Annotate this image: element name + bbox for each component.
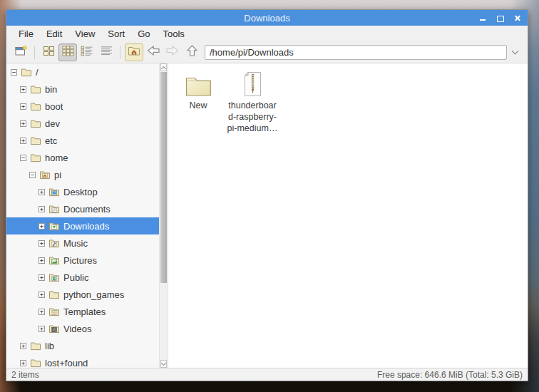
- expand-icon[interactable]: +: [38, 257, 45, 264]
- expand-icon[interactable]: +: [38, 189, 45, 195]
- sidebar-item-label: Documents: [63, 204, 111, 215]
- expand-icon[interactable]: +: [38, 274, 45, 281]
- compact-view-button[interactable]: [58, 43, 77, 61]
- up-arrow-icon: [186, 44, 198, 60]
- chevron-down-icon: [161, 360, 166, 365]
- menu-edit[interactable]: Edit: [40, 27, 68, 41]
- sidebar-item-desktop[interactable]: +Desktop: [6, 183, 159, 200]
- folder-icon: [30, 101, 41, 111]
- folder-icon: [30, 84, 41, 94]
- sidebar-item-music[interactable]: +Music: [6, 234, 159, 252]
- expand-icon[interactable]: +: [20, 343, 26, 349]
- menu-sort[interactable]: Sort: [101, 27, 131, 41]
- file-item-new[interactable]: New: [173, 68, 224, 111]
- pictures-folder-icon: [48, 255, 60, 265]
- sidebar-item-boot[interactable]: +boot: [6, 98, 159, 115]
- forward-arrow-icon: [165, 45, 180, 59]
- folder-icon: [30, 358, 41, 368]
- directory-tree: −/+bin+boot+dev+etc−home−pi+Desktop+Docu…: [6, 63, 159, 368]
- menu-view[interactable]: View: [68, 27, 101, 41]
- sidebar-item-python-games[interactable]: +python_games: [6, 286, 159, 303]
- path-dropdown-button[interactable]: [507, 45, 523, 60]
- sidebar-item-home[interactable]: −home: [6, 149, 159, 166]
- close-icon[interactable]: [513, 14, 521, 22]
- up-button[interactable]: [183, 43, 201, 61]
- file-item-thunderboar[interactable]: thunderboar d-raspberry- pi-medium…: [227, 68, 278, 134]
- desktop-wallpaper: Downloads FileEditViewSortGoTools: [0, 0, 539, 392]
- expand-icon[interactable]: +: [38, 240, 45, 247]
- chevron-up-icon: [161, 66, 166, 71]
- sidebar-item-templates[interactable]: +Templates: [6, 303, 159, 320]
- list-view-icon: [101, 46, 113, 59]
- path-input[interactable]: [205, 45, 507, 60]
- sidebar-item-documents[interactable]: +Documents: [6, 200, 159, 217]
- back-arrow-icon: [146, 45, 160, 59]
- detailed-list-view-icon: [81, 46, 93, 59]
- new-window-button[interactable]: [11, 43, 30, 61]
- sidebar-item-bin[interactable]: +bin: [6, 81, 159, 98]
- sidebar-item-[interactable]: −/: [6, 63, 159, 81]
- expand-icon[interactable]: +: [38, 309, 45, 315]
- sidebar-item-label: Public: [63, 272, 88, 283]
- menubar: FileEditViewSortGoTools: [6, 26, 528, 41]
- videos-folder-icon: [48, 324, 60, 334]
- window-title: Downloads: [244, 13, 289, 24]
- sidebar-item-label: Templates: [63, 306, 106, 317]
- expand-icon[interactable]: +: [20, 138, 26, 144]
- sidebar-item-label: etc: [45, 135, 57, 146]
- menu-go[interactable]: Go: [131, 27, 156, 41]
- expand-icon[interactable]: +: [38, 206, 45, 212]
- zip-file-icon: [243, 68, 262, 97]
- sidebar-item-pictures[interactable]: +Pictures: [6, 252, 159, 269]
- file-list-panel[interactable]: Newthunderboar d-raspberry- pi-medium…: [168, 63, 528, 368]
- collapse-icon[interactable]: −: [11, 69, 17, 76]
- sidebar-item-downloads[interactable]: +Downloads: [6, 217, 159, 234]
- menu-file[interactable]: File: [12, 27, 40, 41]
- icon-view-icon: [43, 46, 55, 59]
- sidebar-scrollbar[interactable]: [159, 63, 168, 368]
- toolbar-separator: [34, 46, 35, 59]
- back-button[interactable]: [144, 43, 163, 61]
- expand-icon[interactable]: +: [38, 326, 45, 332]
- music-folder-icon: [48, 238, 60, 248]
- forward-button[interactable]: [163, 43, 182, 61]
- expand-icon[interactable]: +: [20, 360, 26, 366]
- list-view-button[interactable]: [97, 43, 115, 61]
- sidebar-item-label: Videos: [63, 324, 92, 334]
- titlebar[interactable]: Downloads: [6, 10, 528, 26]
- scroll-up-button[interactable]: [160, 63, 167, 71]
- maximize-icon[interactable]: [496, 14, 504, 22]
- sidebar-item-lib[interactable]: +lib: [6, 337, 159, 354]
- scrollbar-thumb[interactable]: [160, 72, 167, 283]
- expand-icon[interactable]: +: [20, 86, 26, 93]
- toolbar: [6, 41, 528, 63]
- expand-icon[interactable]: +: [20, 103, 26, 110]
- content-area: −/+bin+boot+dev+etc−home−pi+Desktop+Docu…: [6, 63, 528, 368]
- files-grid: Newthunderboar d-raspberry- pi-medium…: [168, 63, 528, 139]
- statusbar: 2 items Free space: 646.6 MiB (Total: 5.…: [6, 368, 528, 381]
- folder-icon: [48, 289, 60, 299]
- sidebar-item-etc[interactable]: +etc: [6, 132, 159, 149]
- templates-folder-icon: [48, 306, 60, 316]
- sidebar-item-label: Desktop: [63, 187, 98, 197]
- home-folder-icon: [128, 46, 140, 59]
- menu-tools[interactable]: Tools: [157, 27, 191, 41]
- sidebar-item-label: python_games: [63, 289, 124, 300]
- scroll-down-button[interactable]: [160, 360, 167, 368]
- collapse-icon[interactable]: −: [20, 155, 26, 161]
- minimize-icon[interactable]: [479, 14, 487, 22]
- sidebar-item-public[interactable]: +Public: [6, 269, 159, 286]
- sidebar-item-label: lib: [45, 341, 54, 351]
- sidebar-item-label: pi: [54, 170, 61, 180]
- expand-icon[interactable]: +: [38, 223, 45, 229]
- sidebar-item-pi[interactable]: −pi: [6, 166, 159, 183]
- expand-icon[interactable]: +: [20, 120, 26, 127]
- collapse-icon[interactable]: −: [29, 172, 36, 178]
- sidebar-item-videos[interactable]: +Videos: [6, 320, 159, 337]
- home-button[interactable]: [125, 43, 143, 61]
- sidebar-item-dev[interactable]: +dev: [6, 115, 159, 132]
- detailed-list-view-button[interactable]: [78, 43, 96, 61]
- icon-view-button[interactable]: [39, 43, 58, 61]
- expand-icon[interactable]: +: [38, 292, 45, 298]
- sidebar-item-lost-found[interactable]: +lost+found: [6, 354, 159, 368]
